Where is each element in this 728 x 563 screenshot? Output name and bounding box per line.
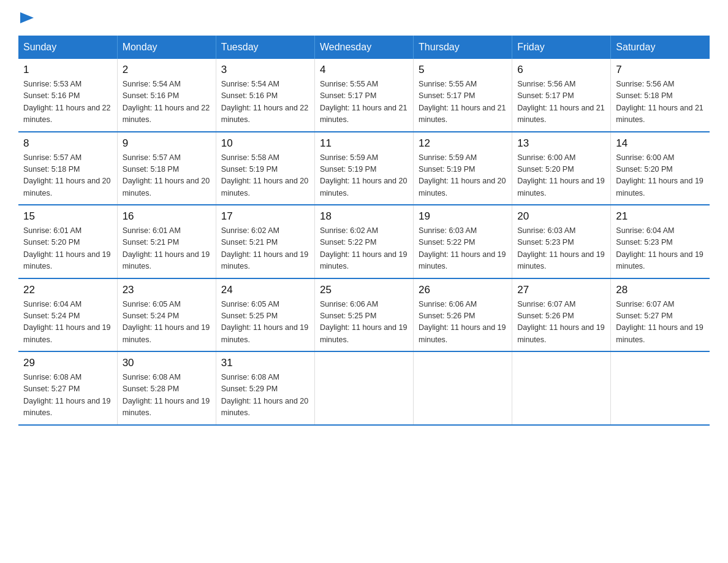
day-cell	[314, 351, 413, 425]
day-info: Sunrise: 6:04 AM Sunset: 5:23 PM Dayligh…	[616, 225, 705, 273]
day-cell: 14 Sunrise: 6:00 AM Sunset: 5:20 PM Dayl…	[611, 132, 710, 205]
day-info: Sunrise: 6:07 AM Sunset: 5:26 PM Dayligh…	[517, 299, 605, 347]
day-number: 11	[320, 137, 408, 150]
header-cell-thursday: Thursday	[414, 36, 512, 59]
day-info: Sunrise: 5:57 AM Sunset: 5:18 PM Dayligh…	[123, 152, 211, 200]
day-cell: 18 Sunrise: 6:02 AM Sunset: 5:22 PM Dayl…	[314, 205, 413, 278]
day-cell: 9 Sunrise: 5:57 AM Sunset: 5:18 PM Dayli…	[117, 132, 216, 205]
day-number: 20	[517, 210, 605, 223]
day-number: 10	[221, 137, 309, 150]
day-info: Sunrise: 6:03 AM Sunset: 5:23 PM Dayligh…	[517, 225, 605, 273]
day-number: 24	[221, 284, 309, 296]
day-info: Sunrise: 6:01 AM Sunset: 5:20 PM Dayligh…	[23, 225, 112, 273]
day-info: Sunrise: 6:00 AM Sunset: 5:20 PM Dayligh…	[517, 152, 605, 200]
day-number: 7	[616, 64, 705, 76]
day-info: Sunrise: 5:54 AM Sunset: 5:16 PM Dayligh…	[123, 79, 211, 126]
header-cell-sunday: Sunday	[18, 36, 117, 59]
day-number: 12	[419, 137, 507, 150]
day-number: 21	[616, 210, 705, 223]
day-number: 31	[221, 357, 309, 369]
day-cell: 26 Sunrise: 6:06 AM Sunset: 5:26 PM Dayl…	[414, 278, 512, 352]
day-cell: 8 Sunrise: 5:57 AM Sunset: 5:18 PM Dayli…	[18, 132, 117, 205]
day-info: Sunrise: 5:59 AM Sunset: 5:19 PM Dayligh…	[419, 152, 507, 200]
calendar-table: SundayMondayTuesdayWednesdayThursdayFrid…	[18, 36, 710, 426]
day-number: 13	[517, 137, 605, 150]
header-cell-wednesday: Wednesday	[314, 36, 413, 59]
day-number: 23	[123, 284, 211, 296]
day-info: Sunrise: 5:54 AM Sunset: 5:16 PM Dayligh…	[221, 79, 309, 126]
day-cell: 10 Sunrise: 5:58 AM Sunset: 5:19 PM Dayl…	[216, 132, 314, 205]
day-info: Sunrise: 6:05 AM Sunset: 5:25 PM Dayligh…	[221, 299, 309, 347]
header-cell-monday: Monday	[117, 36, 216, 59]
day-info: Sunrise: 6:07 AM Sunset: 5:27 PM Dayligh…	[616, 299, 705, 347]
svg-marker-0	[20, 12, 34, 23]
day-number: 9	[123, 137, 211, 150]
day-cell: 17 Sunrise: 6:02 AM Sunset: 5:21 PM Dayl…	[216, 205, 314, 278]
week-row-1: 1 Sunrise: 5:53 AM Sunset: 5:16 PM Dayli…	[18, 59, 710, 132]
day-number: 1	[23, 64, 112, 76]
day-number: 3	[221, 64, 309, 76]
day-number: 2	[123, 64, 211, 76]
day-info: Sunrise: 6:08 AM Sunset: 5:27 PM Dayligh…	[23, 372, 112, 419]
week-row-4: 22 Sunrise: 6:04 AM Sunset: 5:24 PM Dayl…	[18, 278, 710, 352]
day-cell: 23 Sunrise: 6:05 AM Sunset: 5:24 PM Dayl…	[117, 278, 216, 352]
day-cell: 31 Sunrise: 6:08 AM Sunset: 5:29 PM Dayl…	[216, 351, 314, 425]
day-number: 8	[23, 137, 112, 150]
day-number: 30	[123, 357, 211, 369]
day-number: 19	[419, 210, 507, 223]
day-cell: 24 Sunrise: 6:05 AM Sunset: 5:25 PM Dayl…	[216, 278, 314, 352]
day-cell: 13 Sunrise: 6:00 AM Sunset: 5:20 PM Dayl…	[512, 132, 611, 205]
day-number: 22	[23, 284, 112, 296]
day-cell: 29 Sunrise: 6:08 AM Sunset: 5:27 PM Dayl…	[18, 351, 117, 425]
day-info: Sunrise: 6:08 AM Sunset: 5:29 PM Dayligh…	[221, 372, 309, 419]
day-number: 17	[221, 210, 309, 223]
day-cell: 5 Sunrise: 5:55 AM Sunset: 5:17 PM Dayli…	[414, 59, 512, 132]
calendar-header: SundayMondayTuesdayWednesdayThursdayFrid…	[18, 36, 710, 59]
day-info: Sunrise: 5:58 AM Sunset: 5:19 PM Dayligh…	[221, 152, 309, 200]
day-cell: 28 Sunrise: 6:07 AM Sunset: 5:27 PM Dayl…	[611, 278, 710, 352]
logo-triangle-icon	[20, 12, 34, 23]
day-cell: 7 Sunrise: 5:56 AM Sunset: 5:18 PM Dayli…	[611, 59, 710, 132]
day-info: Sunrise: 6:04 AM Sunset: 5:24 PM Dayligh…	[23, 299, 112, 347]
day-cell	[414, 351, 512, 425]
week-row-5: 29 Sunrise: 6:08 AM Sunset: 5:27 PM Dayl…	[18, 351, 710, 425]
day-info: Sunrise: 5:53 AM Sunset: 5:16 PM Dayligh…	[23, 79, 112, 126]
day-number: 6	[517, 64, 605, 76]
day-cell: 22 Sunrise: 6:04 AM Sunset: 5:24 PM Dayl…	[18, 278, 117, 352]
header-cell-friday: Friday	[512, 36, 611, 59]
day-cell	[512, 351, 611, 425]
day-cell: 12 Sunrise: 5:59 AM Sunset: 5:19 PM Dayl…	[414, 132, 512, 205]
day-number: 28	[616, 284, 705, 296]
header-row: SundayMondayTuesdayWednesdayThursdayFrid…	[18, 36, 710, 59]
day-number: 5	[419, 64, 507, 76]
day-info: Sunrise: 5:55 AM Sunset: 5:17 PM Dayligh…	[419, 79, 507, 126]
day-info: Sunrise: 5:59 AM Sunset: 5:19 PM Dayligh…	[320, 152, 408, 200]
day-info: Sunrise: 6:02 AM Sunset: 5:21 PM Dayligh…	[221, 225, 309, 273]
week-row-2: 8 Sunrise: 5:57 AM Sunset: 5:18 PM Dayli…	[18, 132, 710, 205]
day-number: 18	[320, 210, 408, 223]
day-number: 15	[23, 210, 112, 223]
page-header	[18, 12, 710, 23]
day-info: Sunrise: 5:56 AM Sunset: 5:18 PM Dayligh…	[616, 79, 705, 126]
day-cell: 16 Sunrise: 6:01 AM Sunset: 5:21 PM Dayl…	[117, 205, 216, 278]
calendar-body: 1 Sunrise: 5:53 AM Sunset: 5:16 PM Dayli…	[18, 59, 710, 425]
day-cell: 6 Sunrise: 5:56 AM Sunset: 5:17 PM Dayli…	[512, 59, 611, 132]
day-number: 16	[123, 210, 211, 223]
day-cell: 4 Sunrise: 5:55 AM Sunset: 5:17 PM Dayli…	[314, 59, 413, 132]
day-number: 14	[616, 137, 705, 150]
day-number: 4	[320, 64, 408, 76]
day-info: Sunrise: 5:57 AM Sunset: 5:18 PM Dayligh…	[23, 152, 112, 200]
day-info: Sunrise: 6:06 AM Sunset: 5:26 PM Dayligh…	[419, 299, 507, 347]
day-cell: 15 Sunrise: 6:01 AM Sunset: 5:20 PM Dayl…	[18, 205, 117, 278]
day-cell: 1 Sunrise: 5:53 AM Sunset: 5:16 PM Dayli…	[18, 59, 117, 132]
day-info: Sunrise: 6:02 AM Sunset: 5:22 PM Dayligh…	[320, 225, 408, 273]
day-cell: 25 Sunrise: 6:06 AM Sunset: 5:25 PM Dayl…	[314, 278, 413, 352]
logo	[18, 12, 34, 23]
day-cell: 3 Sunrise: 5:54 AM Sunset: 5:16 PM Dayli…	[216, 59, 314, 132]
day-number: 27	[517, 284, 605, 296]
day-cell: 21 Sunrise: 6:04 AM Sunset: 5:23 PM Dayl…	[611, 205, 710, 278]
day-cell: 2 Sunrise: 5:54 AM Sunset: 5:16 PM Dayli…	[117, 59, 216, 132]
day-cell: 11 Sunrise: 5:59 AM Sunset: 5:19 PM Dayl…	[314, 132, 413, 205]
day-cell: 19 Sunrise: 6:03 AM Sunset: 5:22 PM Dayl…	[414, 205, 512, 278]
header-cell-saturday: Saturday	[611, 36, 710, 59]
